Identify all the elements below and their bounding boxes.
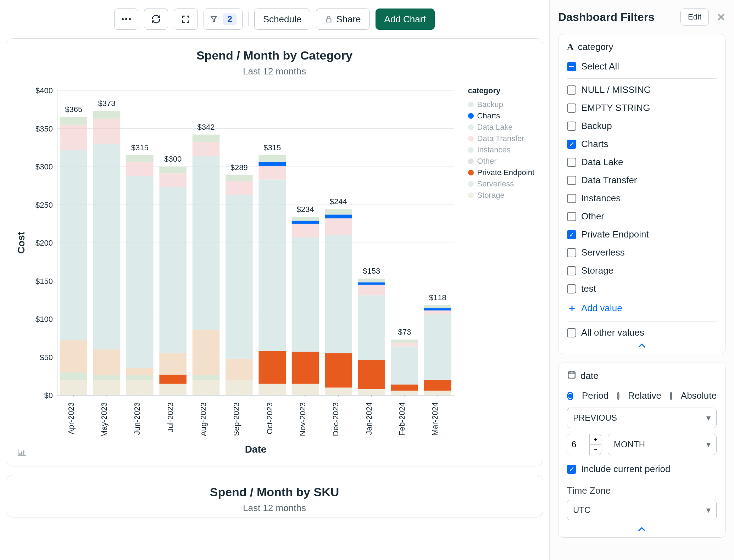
filters-sidebar: Dashboard Filters Edit ✕ A category Sele… xyxy=(550,0,734,560)
plus-icon: ＋ xyxy=(567,301,577,315)
svg-rect-126 xyxy=(424,305,451,308)
collapse-category-button[interactable] xyxy=(567,342,717,348)
legend-item[interactable]: Instances xyxy=(468,144,534,156)
timezone-select[interactable]: UTC ▾ xyxy=(567,500,717,520)
filter-item: Instances xyxy=(567,189,717,207)
include-current-checkbox[interactable]: ✓ xyxy=(567,465,576,474)
share-label: Share xyxy=(336,14,361,25)
filter-item: Storage xyxy=(567,262,717,280)
svg-text:$350: $350 xyxy=(35,124,53,133)
sidebar-title: Dashboard Filters xyxy=(558,11,655,24)
filter-item-checkbox[interactable] xyxy=(567,212,576,221)
filter-panel-category: A category Select All NULL / MISSINGEMPT… xyxy=(558,34,725,354)
filter-button[interactable]: 2 xyxy=(204,9,242,30)
svg-rect-133 xyxy=(21,452,22,455)
filter-item-checkbox[interactable]: ✓ xyxy=(567,140,576,149)
close-icon[interactable]: ✕ xyxy=(717,11,725,23)
filter-item-label: Charts xyxy=(581,139,608,150)
select-all-checkbox[interactable] xyxy=(567,62,576,71)
svg-rect-28 xyxy=(60,125,87,150)
svg-rect-115 xyxy=(391,346,418,385)
svg-text:Oct-2023: Oct-2023 xyxy=(265,402,274,435)
svg-text:$0: $0 xyxy=(44,391,53,400)
radio-relative[interactable] xyxy=(617,392,619,400)
filter-item-checkbox[interactable] xyxy=(567,284,576,293)
filter-item-checkbox[interactable] xyxy=(567,248,576,257)
svg-rect-89 xyxy=(292,224,319,237)
svg-rect-3 xyxy=(327,19,331,22)
legend-item[interactable]: Data Lake xyxy=(468,122,534,133)
svg-rect-25 xyxy=(60,373,87,380)
legend-swatch xyxy=(468,124,474,130)
chevron-up-icon xyxy=(638,527,646,532)
filter-item-checkbox[interactable]: ✓ xyxy=(567,230,576,239)
chart-title: Spend / Month by Category xyxy=(15,49,534,62)
add-value-label: Add value xyxy=(581,303,622,314)
more-button[interactable] xyxy=(114,9,138,30)
svg-rect-69 xyxy=(226,380,253,395)
add-chart-button[interactable]: Add Chart xyxy=(376,9,435,30)
legend-label: Data Lake xyxy=(477,123,513,132)
legend-item[interactable]: Data Transfer xyxy=(468,133,534,144)
radio-period-label: Period xyxy=(582,390,608,401)
legend-title: category xyxy=(468,86,534,95)
filter-item-checkbox[interactable] xyxy=(567,194,576,203)
legend-swatch xyxy=(468,181,474,187)
period-count-input[interactable] xyxy=(567,434,589,455)
period-count-stepper[interactable]: + − xyxy=(567,434,601,455)
filter-item-checkbox[interactable] xyxy=(567,103,576,113)
legend-item[interactable]: Backup xyxy=(468,99,534,110)
collapse-date-button[interactable] xyxy=(567,525,717,532)
filter-item-checkbox[interactable] xyxy=(567,266,576,275)
svg-rect-72 xyxy=(226,181,253,195)
refresh-icon xyxy=(151,14,161,24)
svg-rect-34 xyxy=(93,375,121,380)
calendar-icon xyxy=(567,370,576,382)
previous-select[interactable]: PREVIOUS ▾ xyxy=(567,408,717,428)
legend-swatch xyxy=(468,113,474,119)
edit-filters-button[interactable]: Edit xyxy=(680,9,709,26)
period-unit-select[interactable]: MONTH ▾ xyxy=(608,434,717,455)
svg-rect-87 xyxy=(292,352,319,383)
previous-select-value: PREVIOUS xyxy=(573,413,617,423)
filter-item-label: Other xyxy=(581,211,604,222)
legend-item[interactable]: Storage xyxy=(468,190,534,201)
chart-card-category: Spend / Month by Category Last 12 months… xyxy=(6,38,543,466)
refresh-button[interactable] xyxy=(144,9,168,30)
svg-rect-90 xyxy=(292,221,319,224)
filter-item-checkbox[interactable] xyxy=(567,176,576,185)
include-current-label: Include current period xyxy=(581,464,670,475)
fullscreen-button[interactable] xyxy=(174,9,198,30)
filter-item-checkbox[interactable] xyxy=(567,85,576,95)
caret-down-icon: ▾ xyxy=(706,413,711,423)
svg-rect-80 xyxy=(258,166,286,180)
stepper-plus[interactable]: + xyxy=(590,434,601,444)
share-button[interactable]: Share xyxy=(316,9,369,30)
ellipsis-icon xyxy=(121,18,131,21)
chart-type-icon[interactable] xyxy=(17,448,27,458)
legend-label: Other xyxy=(477,157,497,166)
legend-item[interactable]: Charts xyxy=(468,110,534,122)
filter-item: Data Transfer xyxy=(567,171,717,189)
legend-item[interactable]: Other xyxy=(468,156,534,167)
legend-item[interactable]: Private Endpoint xyxy=(468,167,534,178)
svg-rect-33 xyxy=(93,380,121,395)
filter-category-label: category xyxy=(578,41,613,52)
filter-item-checkbox[interactable] xyxy=(567,158,576,167)
filter-item-checkbox[interactable] xyxy=(567,122,576,131)
svg-rect-97 xyxy=(325,235,352,353)
all-other-checkbox[interactable] xyxy=(567,328,576,337)
radio-absolute[interactable] xyxy=(670,392,672,400)
stepper-minus[interactable]: − xyxy=(590,444,601,455)
svg-rect-73 xyxy=(226,175,253,181)
svg-rect-63 xyxy=(193,156,220,330)
schedule-button[interactable]: Schedule xyxy=(254,9,310,30)
add-value-button[interactable]: ＋ Add value xyxy=(567,298,717,318)
svg-rect-113 xyxy=(391,391,418,395)
radio-period[interactable] xyxy=(567,392,573,400)
legend-item[interactable]: Serverless xyxy=(468,178,534,190)
svg-rect-42 xyxy=(126,380,154,395)
svg-rect-104 xyxy=(358,389,385,395)
radio-absolute-label: Absolute xyxy=(681,390,717,401)
svg-text:$153: $153 xyxy=(363,267,380,275)
